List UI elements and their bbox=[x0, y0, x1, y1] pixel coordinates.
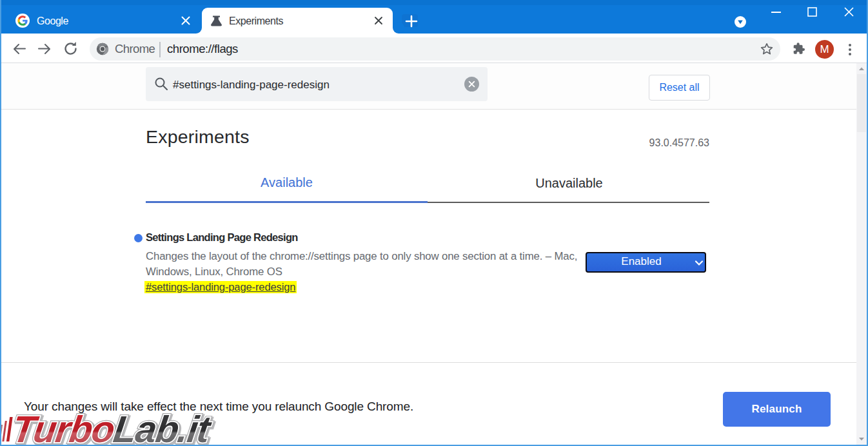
svg-text:TurboLab.it: TurboLab.it bbox=[10, 409, 214, 446]
